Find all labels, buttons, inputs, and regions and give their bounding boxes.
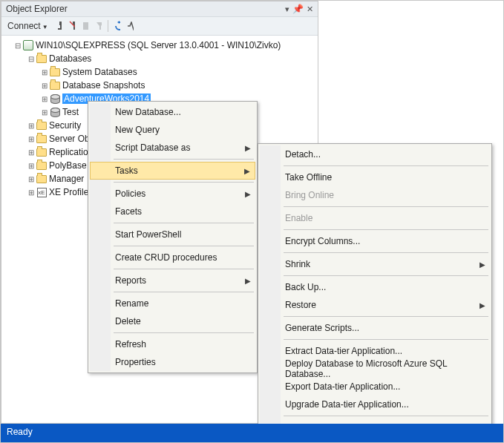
ctx-new-query[interactable]: New Query (90, 121, 255, 139)
panel-close-icon[interactable]: ✕ (307, 4, 313, 14)
folder-icon (50, 82, 60, 90)
database-icon (50, 94, 60, 104)
ctx-script-database[interactable]: Script Database as▶ (90, 139, 255, 157)
ctx-deploy-azure[interactable]: Deploy Database to Microsoft Azure SQL D… (260, 360, 490, 378)
panel-header: Object Explorer ▾ 📌 ✕ (1, 1, 318, 17)
ctx-enable: Enable (260, 209, 490, 227)
connect-object-icon[interactable] (53, 20, 65, 32)
folder-icon (50, 68, 60, 76)
separator (114, 332, 254, 333)
ctx-tasks[interactable]: Tasks▶ (90, 162, 255, 180)
status-bar: Ready (1, 424, 503, 442)
ctx-facets[interactable]: Facets (90, 203, 255, 220)
svg-rect-0 (59, 22, 62, 25)
ctx-shrink[interactable]: Shrink▶ (260, 255, 490, 273)
filter-icon (93, 20, 105, 32)
panel-dropdown-icon[interactable]: ▾ (285, 4, 289, 14)
separator (114, 159, 254, 160)
separator (114, 246, 254, 246)
tree-server-node[interactable]: ⊟WIN10\SQLEXPRESS (SQL Server 13.0.4001 … (1, 39, 318, 52)
ctx-properties[interactable]: Properties (90, 353, 255, 371)
separator (284, 339, 488, 340)
separator (284, 275, 488, 276)
ctx-delete[interactable]: Delete (90, 312, 255, 330)
toolbar: Connect ▼ (1, 17, 318, 36)
ctx-restore[interactable]: Restore▶ (260, 296, 490, 314)
svg-marker-7 (96, 22, 102, 30)
svg-marker-8 (117, 21, 120, 24)
submenu-arrow-icon: ▶ (245, 277, 251, 285)
separator (284, 252, 488, 253)
database-icon (50, 108, 60, 117)
separator (284, 316, 488, 317)
ctx-export-data-tier[interactable]: Export Data-tier Application... (260, 378, 490, 396)
separator (114, 269, 254, 269)
chevron-down-icon: ▼ (42, 24, 48, 30)
ctx-start-powershell[interactable]: Start PowerShell (90, 226, 255, 243)
folder-icon (36, 55, 47, 63)
submenu-arrow-icon: ▶ (245, 190, 251, 198)
separator (284, 165, 488, 166)
ctx-upgrade-data-tier[interactable]: Upgrade Data-tier Application... (260, 396, 490, 413)
ctx-detach[interactable]: Detach... (260, 145, 490, 163)
svg-rect-2 (58, 28, 62, 30)
ctx-extract-data-tier[interactable]: Extract Data-tier Application... (260, 342, 490, 360)
separator (284, 229, 488, 230)
folder-icon (36, 175, 47, 183)
tree-sysdb-node[interactable]: ⊞System Databases (1, 65, 318, 79)
panel-controls: ▾ 📌 ✕ (285, 4, 313, 14)
folder-icon (36, 148, 47, 157)
ctx-policies[interactable]: Policies▶ (90, 185, 255, 203)
ctx-encrypt-columns[interactable]: Encrypt Columns... (260, 232, 490, 250)
tree-snapshots-node[interactable]: ⊞Database Snapshots (1, 79, 318, 92)
separator (284, 416, 488, 416)
submenu-arrow-icon: ▶ (244, 167, 250, 175)
folder-icon (36, 122, 47, 130)
status-text: Ready (7, 427, 33, 437)
refresh-icon[interactable] (111, 20, 123, 32)
connect-button[interactable]: Connect ▼ (4, 19, 51, 33)
ctx-back-up[interactable]: Back Up... (260, 278, 490, 296)
ctx-reports[interactable]: Reports▶ (90, 272, 255, 289)
submenu-arrow-icon: ▶ (480, 260, 485, 269)
ctx-new-database[interactable]: New Database... (90, 103, 255, 121)
separator (108, 20, 108, 32)
stop-icon (79, 20, 91, 32)
separator (284, 206, 488, 207)
separator (114, 223, 254, 223)
submenu-arrow-icon: ▶ (245, 144, 251, 152)
ctx-rename[interactable]: Rename (90, 295, 255, 312)
tree-databases-node[interactable]: ⊟Databases (1, 52, 318, 65)
submenu-arrow-icon: ▶ (480, 301, 485, 309)
ctx-refresh[interactable]: Refresh (90, 335, 255, 353)
separator (114, 292, 254, 292)
server-icon (23, 40, 33, 50)
context-menu-tasks: Detach... Take Offline Bring Online Enab… (258, 143, 492, 443)
folder-icon (36, 135, 47, 143)
svg-rect-6 (83, 22, 88, 30)
ctx-generate-scripts[interactable]: Generate Scripts... (260, 319, 490, 337)
ctx-take-offline[interactable]: Take Offline (260, 168, 490, 186)
context-menu-database: New Database... New Query Script Databas… (88, 101, 258, 373)
ctx-bring-online: Bring Online (260, 186, 490, 204)
activity-icon[interactable] (125, 20, 137, 32)
separator (114, 182, 254, 183)
disconnect-icon[interactable] (66, 20, 78, 32)
xe-profile-icon: xE (37, 188, 47, 197)
panel-pin-icon[interactable]: 📌 (292, 4, 304, 14)
panel-title: Object Explorer (6, 4, 68, 14)
folder-icon (36, 162, 47, 170)
ctx-create-crud[interactable]: Create CRUD procedures (90, 249, 255, 266)
